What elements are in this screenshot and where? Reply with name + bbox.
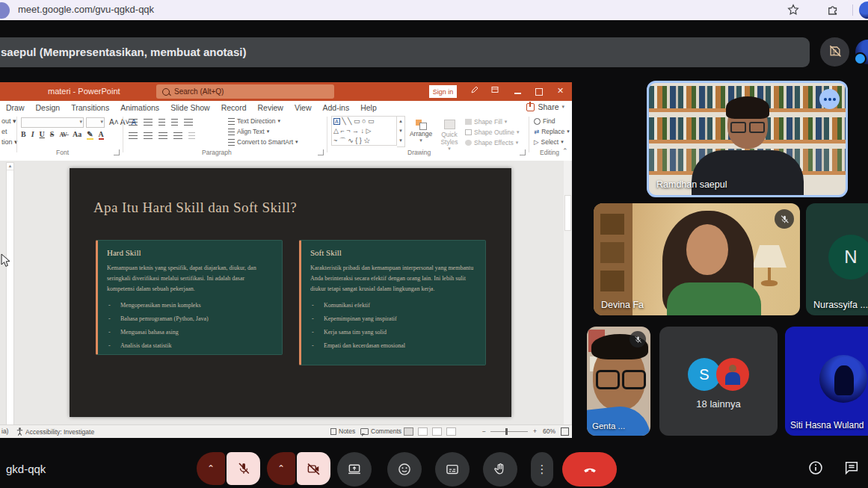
camera-toggle-button[interactable]	[297, 452, 330, 485]
tab-review[interactable]: Review	[258, 103, 283, 112]
quick-styles-button[interactable]: Quick Styles▾	[436, 120, 463, 152]
accessibility-status[interactable]: Accessibility: Investigate	[16, 427, 94, 436]
zoom-slider-thumb[interactable]	[505, 428, 508, 435]
share-button[interactable]: Share▾	[526, 102, 564, 111]
minimize-button[interactable]	[514, 93, 521, 94]
tile-more-options-button[interactable]	[819, 89, 840, 109]
slideshow-view-icon[interactable]	[446, 427, 456, 436]
shape-gallery[interactable]: A ╲ ╲ ▭ ○ ▭ △ ⌐ ¬ → ↓ ▷ ~ ⌒ ∿ { } ☆	[331, 116, 397, 146]
font-format-buttons[interactable]: B I U S A̶V̶ Aa ✎ A	[21, 130, 104, 140]
person-jacket	[587, 404, 650, 436]
paragraph-dialog-launcher[interactable]	[318, 149, 324, 155]
restore-button[interactable]	[535, 88, 543, 96]
thumbnail-pane-scrollbar[interactable]: ▲	[6, 162, 14, 424]
end-call-button[interactable]	[562, 452, 617, 487]
browser-address-bar: meet.google.com/gvu-qgkd-qqk	[0, 0, 868, 20]
info-icon	[807, 460, 824, 476]
video-tile-devina[interactable]: Devina Fa	[594, 203, 800, 315]
slide-scrollbar[interactable]	[564, 161, 570, 424]
font-dialog-launcher[interactable]	[114, 149, 120, 155]
replace-button[interactable]: ⇄Replace▾	[534, 128, 570, 135]
more-participants-count: 18 lainnya	[659, 398, 778, 410]
zoom-level[interactable]: 60%	[543, 427, 555, 435]
font-size-dropdown[interactable]	[86, 117, 105, 128]
select-button[interactable]: ▷Select▾	[534, 138, 564, 146]
mic-toggle-button[interactable]	[227, 452, 260, 485]
normal-view-icon[interactable]	[404, 427, 413, 436]
collapse-ribbon-icon[interactable]: ⌃	[562, 147, 568, 155]
meeting-details-button[interactable]	[807, 460, 824, 476]
mic-muted-badge	[775, 209, 794, 229]
shape-fill-button[interactable]: Shape Fill▾	[465, 118, 507, 126]
shape-outline-button[interactable]: Shape Outline▾	[465, 129, 519, 136]
drawing-dialog-launcher[interactable]	[520, 149, 526, 155]
more-vert-icon: ⋮	[537, 463, 548, 476]
video-tile-siti[interactable]: Siti Hasna Wuland	[785, 327, 868, 436]
tab-help[interactable]: Help	[360, 103, 377, 112]
tab-design[interactable]: Design	[36, 103, 61, 112]
camera-options-chevron[interactable]: ⌃	[267, 452, 295, 485]
tab-slide-show[interactable]: Slide Show	[170, 103, 210, 112]
comments-button[interactable]: Comments	[360, 427, 401, 435]
participant-name: Devina Fa	[601, 300, 644, 310]
share-icon	[526, 103, 535, 111]
tile-more-participants[interactable]: S 18 lainnya	[659, 327, 778, 436]
shape-effects-button[interactable]: Shape Effects▾	[465, 139, 518, 146]
participant-name: Ramdhan saepul	[656, 179, 727, 190]
ppt-ribbon: out ▾ et tion ▾ A˄ A˅ A B I U S A̶V̶ Aa …	[0, 114, 572, 161]
reset-stub[interactable]: et	[1, 128, 7, 135]
tab-draw[interactable]: Draw	[6, 103, 25, 112]
emoji-smile-icon	[397, 462, 412, 477]
tab-record[interactable]: Record	[221, 103, 247, 112]
view-switcher[interactable]	[404, 427, 458, 436]
site-icon[interactable]	[0, 2, 10, 19]
ppt-search-box[interactable]: Search (Alt+Q)	[156, 84, 334, 99]
convert-smartart-button[interactable]: Convert to SmartArt▾	[228, 138, 298, 146]
tab-transitions[interactable]: Transitions	[71, 103, 109, 112]
bookmark-star-icon[interactable]	[787, 3, 800, 19]
fit-to-window-icon[interactable]	[561, 427, 569, 436]
drawing-group-label: Drawing	[407, 149, 431, 156]
video-tile-genta[interactable]: Genta ...	[587, 327, 650, 436]
browser-profile-avatar[interactable]	[859, 1, 868, 19]
font-name-dropdown[interactable]	[21, 117, 84, 128]
video-tile-ramdhan[interactable]: Ramdhan saepul	[647, 81, 848, 197]
more-options-button[interactable]: ⋮	[531, 452, 553, 487]
zoom-slider[interactable]	[490, 431, 528, 432]
tab-add-ins[interactable]: Add-ins	[323, 103, 350, 112]
arrange-button[interactable]: Arrange▾	[407, 120, 434, 143]
bullet-list-buttons[interactable]	[129, 119, 193, 126]
shape-gallery-scroll[interactable]: ▲▼▼	[397, 116, 405, 147]
extensions-puzzle-icon[interactable]	[826, 3, 840, 19]
zoom-out-button[interactable]: −	[482, 427, 486, 435]
pen-mode-icon[interactable]	[467, 85, 482, 96]
section-stub[interactable]: tion ▾	[1, 138, 18, 146]
url-field[interactable]: meet.google.com/gvu-qgkd-qqk	[18, 4, 154, 15]
video-tile-nurassyifa[interactable]: N Nurassyifa ...	[806, 203, 868, 315]
present-screen-icon	[347, 462, 362, 477]
present-screen-button[interactable]	[337, 452, 372, 487]
tab-view[interactable]: View	[295, 103, 312, 112]
slide-sorter-icon[interactable]	[418, 427, 428, 436]
raise-hand-button[interactable]	[483, 452, 517, 487]
reading-view-icon[interactable]	[432, 427, 442, 436]
notes-button[interactable]: Notes	[330, 427, 355, 435]
reactions-button[interactable]	[387, 452, 422, 487]
text-direction-button[interactable]: Text Direction▾	[228, 117, 280, 125]
annotation-toggle-button[interactable]	[820, 37, 849, 67]
find-button[interactable]: Find	[534, 117, 555, 125]
alignment-buttons[interactable]	[129, 132, 195, 139]
layout-stub[interactable]: out ▾	[1, 117, 16, 125]
close-button[interactable]: ✕	[557, 86, 564, 96]
tab-animations[interactable]: Animations	[120, 103, 159, 112]
presenter-avatar[interactable]	[855, 40, 868, 64]
chat-button[interactable]	[843, 460, 860, 476]
slide-canvas[interactable]: Apa Itu Hard Skill dan Soft Skill? Hard …	[70, 168, 511, 417]
zoom-in-button[interactable]: +	[533, 427, 537, 435]
list-item: Bahasa pemrograman (Python, Java)	[107, 315, 273, 322]
align-text-button[interactable]: Align Text▾	[228, 128, 269, 135]
mic-options-chevron[interactable]: ⌃	[197, 452, 225, 485]
ppt-sign-in-button[interactable]: Sign in	[429, 85, 457, 98]
ribbon-display-icon[interactable]	[487, 85, 502, 96]
captions-button[interactable]	[435, 452, 470, 487]
